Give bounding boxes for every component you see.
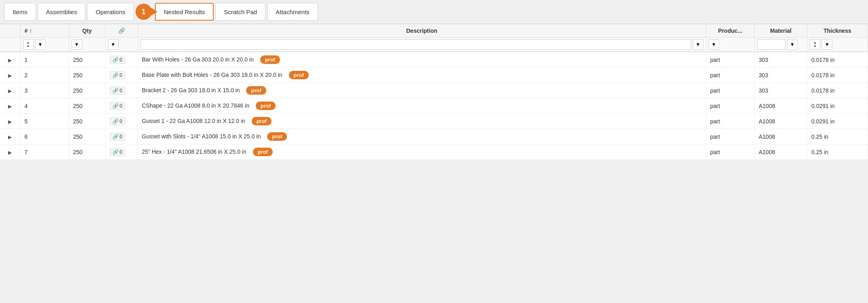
sort-num-btn[interactable]: ▲ ▼ bbox=[23, 39, 34, 50]
row-product-type: part bbox=[710, 133, 720, 140]
expand-icon[interactable]: ▶ bbox=[8, 104, 12, 109]
row-link-cell[interactable]: 🔗 0 bbox=[105, 129, 138, 144]
row-qty: 250 bbox=[73, 118, 83, 125]
prof-badge: prof bbox=[256, 102, 276, 110]
row-expand-cell[interactable]: ▶ bbox=[0, 83, 20, 98]
prof-badge: prof bbox=[252, 117, 272, 125]
tab-assemblies[interactable]: Assemblies bbox=[38, 3, 86, 21]
link-badge[interactable]: 🔗 0 bbox=[110, 71, 125, 79]
table-row: ▶ 2 250 🔗 0 Base Plate with Bolt Holes -… bbox=[0, 68, 868, 83]
row-desc-cell: Gusset with Slots - 1/4" A1008 15.0 in X… bbox=[138, 129, 706, 144]
col-header-produc: Produc... bbox=[706, 24, 755, 38]
link-count: 0 bbox=[120, 134, 123, 140]
row-thickness: 0.25 in bbox=[811, 133, 828, 140]
row-link-cell[interactable]: 🔗 0 bbox=[105, 98, 138, 114]
notification-indicator: 1 bbox=[136, 4, 152, 20]
row-expand-cell[interactable]: ▶ bbox=[0, 114, 20, 129]
row-number: 7 bbox=[25, 149, 28, 155]
expand-icon[interactable]: ▶ bbox=[8, 150, 12, 155]
link-badge[interactable]: 🔗 0 bbox=[110, 87, 125, 95]
filter-thickness-btn[interactable]: ▼ bbox=[822, 39, 832, 50]
prof-badge: prof bbox=[253, 148, 273, 156]
filter-material-btn[interactable]: ▼ bbox=[787, 39, 798, 50]
row-description: Bar With Holes - 26 Ga 303 20.0 in X 20.… bbox=[142, 56, 254, 63]
filter-material-input[interactable] bbox=[757, 39, 785, 50]
filter-desc-btn[interactable]: ▼ bbox=[693, 39, 703, 50]
tab-items-label: Items bbox=[13, 8, 28, 15]
filter-desc-input[interactable] bbox=[140, 39, 692, 50]
expand-icon[interactable]: ▶ bbox=[8, 57, 12, 63]
row-thickness: 0.0178 in bbox=[811, 87, 835, 94]
row-desc-cell: CShape - 22 Ga A1008 8.0 in X 20.7846 in… bbox=[138, 98, 706, 114]
row-product-type: part bbox=[710, 87, 720, 94]
link-badge[interactable]: 🔗 0 bbox=[110, 102, 125, 110]
row-qty: 250 bbox=[73, 103, 83, 109]
row-thickness: 0.0178 in bbox=[811, 72, 835, 78]
row-num-cell: 6 bbox=[20, 129, 69, 144]
row-thickness: 0.0291 in bbox=[811, 118, 835, 125]
row-num-cell: 2 bbox=[20, 68, 69, 83]
row-link-cell[interactable]: 🔗 0 bbox=[105, 52, 138, 68]
row-description: Gusset with Slots - 1/4" A1008 15.0 in X… bbox=[142, 133, 261, 140]
row-qty: 250 bbox=[73, 87, 83, 94]
filter-qty-btn[interactable]: ▼ bbox=[72, 39, 82, 50]
tab-operations-label: Operations bbox=[96, 8, 125, 15]
link-badge[interactable]: 🔗 0 bbox=[110, 148, 125, 156]
row-thickness-cell: 0.0291 in bbox=[807, 98, 868, 114]
expand-icon[interactable]: ▶ bbox=[8, 119, 12, 125]
row-qty-cell: 250 bbox=[69, 83, 105, 98]
link-badge[interactable]: 🔗 0 bbox=[110, 117, 125, 125]
filter-material-col: ▼ bbox=[755, 38, 807, 52]
row-num-cell: 5 bbox=[20, 114, 69, 129]
row-link-cell[interactable]: 🔗 0 bbox=[105, 114, 138, 129]
row-link-cell[interactable]: 🔗 0 bbox=[105, 83, 138, 98]
row-qty: 250 bbox=[73, 57, 83, 63]
tab-operations[interactable]: Operations bbox=[87, 3, 134, 21]
row-expand-cell[interactable]: ▶ bbox=[0, 129, 20, 144]
table-body: ▶ 1 250 🔗 0 Bar With Holes - 26 Ga 303 2… bbox=[0, 52, 868, 160]
expand-icon[interactable]: ▶ bbox=[8, 73, 12, 78]
row-expand-cell[interactable]: ▶ bbox=[0, 52, 20, 68]
row-product-type: part bbox=[710, 149, 720, 155]
row-material: A1008 bbox=[759, 149, 775, 155]
row-product-type-cell: part bbox=[706, 114, 755, 129]
col-link-icon: 🔗 bbox=[118, 28, 125, 34]
expand-icon[interactable]: ▶ bbox=[8, 88, 12, 94]
row-expand-cell[interactable]: ▶ bbox=[0, 144, 20, 160]
row-desc-cell: Base Plate with Bolt Holes - 26 Ga 303 1… bbox=[138, 68, 706, 83]
tab-attachments[interactable]: Attachments bbox=[267, 3, 318, 21]
row-product-type-cell: part bbox=[706, 83, 755, 98]
row-expand-cell[interactable]: ▶ bbox=[0, 68, 20, 83]
table-container: # ↑ Qty 🔗 Description Produc... Mate bbox=[0, 24, 868, 160]
tab-scratch-pad[interactable]: Scratch Pad bbox=[215, 3, 265, 21]
row-thickness: 0.0178 in bbox=[811, 57, 835, 63]
filter-link-btn[interactable]: ▼ bbox=[108, 39, 119, 50]
col-header-qty: Qty bbox=[69, 24, 105, 38]
link-icon: 🔗 bbox=[112, 134, 119, 140]
row-link-cell[interactable]: 🔗 0 bbox=[105, 68, 138, 83]
row-link-cell[interactable]: 🔗 0 bbox=[105, 144, 138, 160]
row-description: CShape - 22 Ga A1008 8.0 in X 20.7846 in bbox=[142, 102, 249, 109]
table-row: ▶ 7 250 🔗 0 25" Hex - 1/4" A1008 21.6506… bbox=[0, 144, 868, 160]
link-badge[interactable]: 🔗 0 bbox=[110, 133, 125, 141]
sort-thickness-btn[interactable]: ▲ ▼ bbox=[810, 39, 820, 50]
row-thickness-cell: 0.0291 in bbox=[807, 114, 868, 129]
row-material: A1008 bbox=[759, 133, 775, 140]
row-description: 25" Hex - 1/4" A1008 21.6506 in X 25.0 i… bbox=[142, 148, 246, 155]
row-desc-cell: Bracket 2 - 26 Ga 303 18.0 in X 15.0 in … bbox=[138, 83, 706, 98]
row-num-cell: 1 bbox=[20, 52, 69, 68]
filter-thickness-col: ▲ ▼ ▼ bbox=[807, 38, 868, 52]
tab-nested-results[interactable]: Nested Results bbox=[155, 3, 214, 21]
filter-num-btn[interactable]: ▼ bbox=[35, 39, 46, 50]
row-expand-cell[interactable]: ▶ bbox=[0, 98, 20, 114]
tab-items[interactable]: Items bbox=[4, 3, 36, 21]
tab-nested-results-label: Nested Results bbox=[164, 8, 205, 15]
row-thickness: 0.25 in bbox=[811, 149, 828, 155]
row-thickness-cell: 0.25 in bbox=[807, 129, 868, 144]
row-product-type-cell: part bbox=[706, 129, 755, 144]
expand-icon[interactable]: ▶ bbox=[8, 134, 12, 140]
link-badge[interactable]: 🔗 0 bbox=[110, 56, 125, 64]
row-number: 1 bbox=[25, 57, 28, 63]
filter-produc-btn[interactable]: ▼ bbox=[709, 39, 719, 50]
link-icon: 🔗 bbox=[112, 149, 119, 155]
